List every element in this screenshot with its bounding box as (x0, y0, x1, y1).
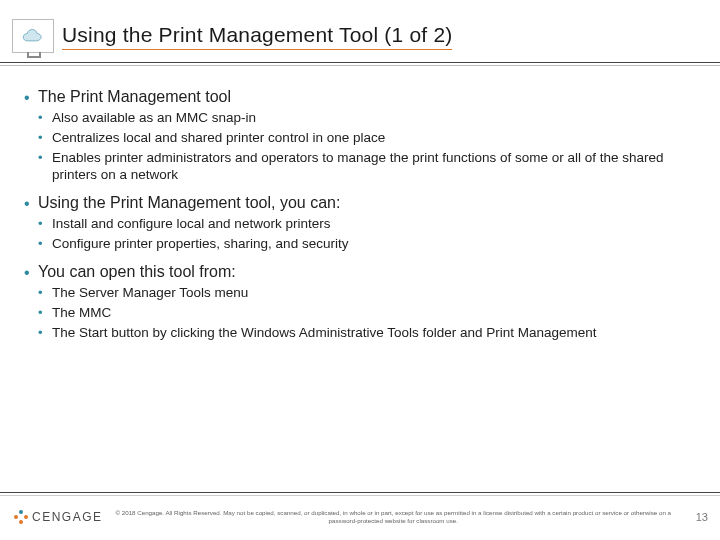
copyright-text: © 2018 Cengage. All Rights Reserved. May… (103, 509, 684, 525)
footer: CENGAGE © 2018 Cengage. All Rights Reser… (14, 500, 708, 534)
bullet-lvl2: Install and configure local and network … (38, 215, 696, 233)
bullet-lvl1: The Print Management tool Also available… (24, 88, 696, 184)
brand-name: CENGAGE (32, 510, 103, 524)
bullet-lvl2: Enables printer administrators and opera… (38, 149, 696, 185)
bullet-lvl2: The MMC (38, 304, 696, 322)
bullet-lvl2: The Server Manager Tools menu (38, 284, 696, 302)
slide: Using the Print Management Tool (1 of 2)… (0, 0, 720, 540)
cloud-icon (20, 27, 46, 45)
title-icon (12, 19, 54, 53)
bullet-lvl1: You can open this tool from: The Server … (24, 263, 696, 341)
title-divider (0, 62, 720, 66)
page-number: 13 (684, 511, 708, 523)
bullet-lvl1: Using the Print Management tool, you can… (24, 194, 696, 253)
footer-divider (0, 492, 720, 496)
slide-title: Using the Print Management Tool (1 of 2) (62, 23, 452, 50)
brand-mark-icon (14, 510, 28, 524)
bullet-text: You can open this tool from: (38, 263, 236, 280)
bullet-lvl2: Centralizes local and shared printer con… (38, 129, 696, 147)
bullet-lvl2: Configure printer properties, sharing, a… (38, 235, 696, 253)
bullet-lvl2: Also available as an MMC snap-in (38, 109, 696, 127)
bullet-text: Using the Print Management tool, you can… (38, 194, 340, 211)
brand-logo: CENGAGE (14, 510, 103, 524)
title-row: Using the Print Management Tool (1 of 2) (12, 16, 708, 56)
bullet-lvl2: The Start button by clicking the Windows… (38, 324, 696, 342)
bullet-text: The Print Management tool (38, 88, 231, 105)
body: The Print Management tool Also available… (24, 88, 696, 486)
